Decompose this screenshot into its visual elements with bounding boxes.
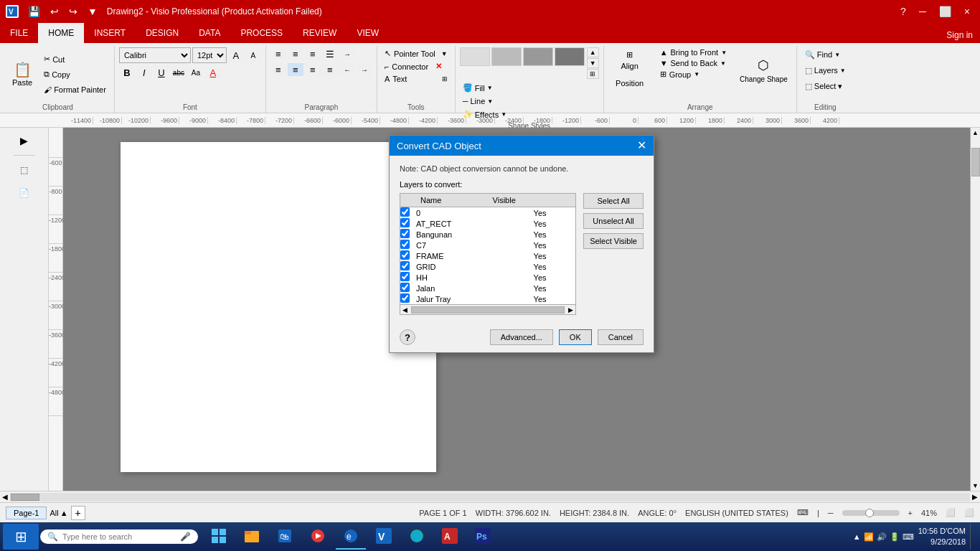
style-expand[interactable]: ⊞ [587,69,599,79]
taskbar-task-view[interactable] [204,524,234,550]
select-visible-button[interactable]: Select Visible [583,233,644,249]
find-btn[interactable]: 🔍 Find ▼ [801,47,849,62]
underline-btn[interactable]: U [154,66,169,79]
scroll-right-arrow[interactable]: ▶ [566,306,575,314]
dialog-close-btn[interactable]: ✕ [637,140,646,151]
format-painter-button[interactable]: 🖌 Format Painter [40,83,110,97]
swatch-3[interactable] [523,47,553,66]
pointer-tool-btn[interactable]: ↖ Pointer Tool ▼ [382,47,451,60]
font-color-btn[interactable]: A [205,66,221,79]
layer-row-5[interactable]: GRID Yes [400,261,575,272]
select-all-button[interactable]: Select All [583,193,644,209]
align-right2-btn[interactable]: ≡ [305,63,321,76]
taskbar-file-explorer[interactable] [237,524,267,550]
send-back-btn[interactable]: ▼ Send to Back ▼ [657,58,730,68]
zoom-out-btn[interactable]: ─ [828,509,834,517]
tray-up-arrow[interactable]: ▲ [853,532,861,541]
page-1-tab[interactable]: Page-1 [6,507,47,519]
font-size-select[interactable]: 12pt. [192,47,227,63]
taskbar-visio[interactable]: V [369,524,399,550]
main-scroll-left[interactable]: ◀ [0,493,10,501]
taskbar-photoshop[interactable]: Ps [468,524,498,550]
position-btn[interactable]: Position [608,74,651,93]
tab-review[interactable]: REVIEW [293,23,347,43]
qs-more-btn[interactable]: ▼ [84,4,101,19]
layer-row-8[interactable]: Jalur Tray Yes [400,293,575,304]
taskbar-globe[interactable]: 🌐 [402,524,432,550]
change-shape-btn[interactable]: ⬡ Change Shape [735,47,792,93]
decrease-indent-btn[interactable]: ← [339,63,355,76]
tab-file[interactable]: FILE [0,23,38,43]
cancel-button[interactable]: Cancel [598,329,644,345]
layer-row-6[interactable]: HH Yes [400,272,575,283]
pages-panel-btn[interactable]: 📄 [14,183,35,203]
close-btn[interactable]: × [960,4,974,19]
scroll-left-arrow[interactable]: ◀ [400,306,410,314]
minimize-btn[interactable]: ─ [915,4,930,19]
swatch-4[interactable] [555,47,585,66]
align-center-btn[interactable]: ≡ [288,47,303,60]
undo-qs-btn[interactable]: ↩ [47,4,62,19]
taskbar-edge[interactable]: e [336,524,366,550]
layer-checkbox-4[interactable] [400,250,410,260]
tab-design[interactable]: DESIGN [136,23,189,43]
zoom-in-btn[interactable]: + [908,509,913,517]
connector-tool-btn[interactable]: ⌐ Connector ✕ [382,60,451,72]
all-pages-btn[interactable]: All ▲ [50,509,67,517]
indent2-btn[interactable]: → [357,63,372,76]
layer-checkbox-6[interactable] [400,272,410,281]
layer-checkbox-7[interactable] [400,283,410,292]
layers-btn[interactable]: ⬚ Layers ▼ [801,63,849,77]
align-right-btn[interactable]: ≡ [305,47,321,60]
save-qs-btn[interactable]: 💾 [24,4,44,19]
layer-row-4[interactable]: FRAME Yes [400,250,575,261]
help-btn[interactable]: ? [896,4,910,19]
grow-font-btn[interactable]: A [228,49,244,62]
layer-checkbox-5[interactable] [400,261,410,270]
fit-width-btn[interactable]: ⬜ [964,508,974,517]
layer-row-7[interactable]: Jalan Yes [400,283,575,293]
main-scroll-right[interactable]: ▶ [970,493,980,501]
increase-indent-btn[interactable]: → [339,47,355,60]
align-left-btn[interactable]: ≡ [270,47,286,60]
style-scroll-down[interactable]: ▼ [587,58,599,68]
layer-checkbox-0[interactable] [400,207,410,217]
group-btn[interactable]: ⊞ Group ▼ [657,69,730,80]
advanced-button[interactable]: Advanced... [490,329,553,345]
fill-btn[interactable]: 🪣 Fill ▼ [460,82,509,94]
layer-row-0[interactable]: 0 Yes [400,207,575,218]
unselect-all-button[interactable]: Unselect All [583,213,644,229]
style-scroll-up[interactable]: ▲ [587,47,599,57]
text-tool-btn[interactable]: A Text ⊞ [382,73,451,85]
line-btn[interactable]: ─ Line ▼ [460,95,509,107]
restore-btn[interactable]: ⬜ [935,4,956,19]
help-button[interactable]: ? [400,329,415,345]
tab-view[interactable]: VIEW [347,23,389,43]
copy-button[interactable]: ⧉ Copy [40,67,110,82]
align-btn[interactable]: ⊞ Align [608,47,651,73]
layer-checkbox-2[interactable] [400,229,410,238]
case-btn[interactable]: Aa [188,66,204,79]
layer-row-2[interactable]: Bangunan Yes [400,229,575,240]
cut-button[interactable]: ✂ Cut [40,52,110,67]
scroll-h-thumb[interactable] [411,306,565,314]
italic-btn[interactable]: I [136,66,152,79]
swatch-1[interactable] [460,47,490,66]
bold-btn[interactable]: B [119,66,135,79]
tab-insert[interactable]: INSERT [84,23,136,43]
paste-button[interactable]: 📋 Paste [6,52,39,98]
expand-shapes-btn[interactable]: ▶ [14,131,35,151]
shapes-panel-btn[interactable]: ⬚ [14,160,35,180]
tab-process[interactable]: PROCESS [230,23,293,43]
layer-checkbox-8[interactable] [400,293,410,303]
tab-home[interactable]: HOME [38,23,84,43]
swatch-2[interactable] [491,47,522,66]
main-scroll-thumb[interactable] [11,494,39,501]
layer-checkbox-3[interactable] [400,240,410,249]
align-center2-btn[interactable]: ≡ [288,63,303,76]
bullets-btn[interactable]: ☰ [322,47,338,60]
layer-checkbox-1[interactable] [400,218,410,227]
ok-button[interactable]: OK [559,329,592,345]
start-button[interactable]: ⊞ [3,524,39,550]
zoom-slider[interactable] [842,510,900,516]
